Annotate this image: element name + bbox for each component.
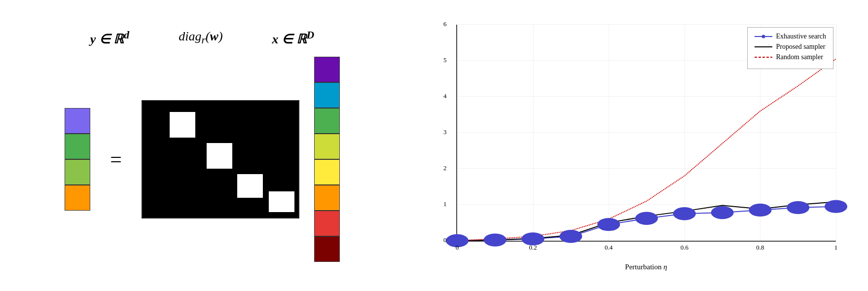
- svg-point-4: [597, 218, 620, 231]
- y-tick-5: 5: [443, 56, 447, 64]
- y-tick-4: 4: [443, 92, 447, 100]
- x-label: x ∈ ℝD: [272, 29, 315, 47]
- diagram-row: =: [65, 57, 340, 262]
- equals-sign: =: [110, 147, 122, 171]
- svg-point-9: [787, 201, 809, 214]
- matrix-square-4: [269, 191, 294, 212]
- x-tick-02: 0.2: [529, 244, 537, 252]
- x-tick-0: 0: [456, 244, 459, 252]
- diag-label: diagr(w): [179, 29, 222, 46]
- x-tick-08: 0.8: [756, 244, 764, 252]
- right-swatch-3: [314, 108, 340, 134]
- x-tick-06: 0.6: [681, 244, 688, 252]
- svg-point-6: [673, 207, 696, 220]
- right-color-strip: [314, 57, 340, 262]
- y-tick-2: 2: [443, 164, 447, 172]
- legend-random: Random sampler: [755, 53, 826, 61]
- x-tick-10: 1: [834, 244, 838, 252]
- chart-legend: Exhaustive search Proposed sampler Rando…: [747, 27, 833, 69]
- x-tick-04: 0.4: [605, 244, 613, 252]
- legend-exhaustive-label: Exhaustive search: [776, 33, 826, 40]
- left-color-strip: [65, 108, 90, 211]
- left-swatch-4: [65, 185, 90, 211]
- right-swatch-1: [314, 57, 340, 82]
- svg-point-7: [711, 206, 734, 219]
- math-labels-row: y ∈ ℝd diagr(w) x ∈ ℝD: [90, 29, 314, 47]
- right-swatch-2: [314, 82, 340, 108]
- left-swatch-3: [65, 159, 90, 185]
- legend-random-icon: [755, 54, 772, 61]
- svg-point-3: [559, 230, 582, 243]
- y-tick-0: 0: [443, 236, 447, 244]
- svg-point-8: [749, 204, 771, 217]
- svg-point-5: [635, 212, 658, 225]
- matrix-square-1: [170, 112, 195, 138]
- right-swatch-7: [314, 211, 340, 236]
- svg-point-10: [825, 200, 847, 213]
- y-label: y ∈ ℝd: [90, 29, 129, 47]
- right-panel: Worst-case residual for d samples: [404, 0, 868, 291]
- legend-proposed: Proposed sampler: [755, 43, 826, 51]
- right-swatch-6: [314, 185, 340, 211]
- left-swatch-2: [65, 134, 90, 159]
- chart-wrapper: Worst-case residual for d samples: [417, 10, 851, 276]
- legend-proposed-label: Proposed sampler: [776, 43, 826, 51]
- matrix-diagram: [142, 100, 299, 218]
- right-swatch-8: [314, 236, 340, 262]
- y-tick-3: 3: [443, 128, 447, 136]
- legend-exhaustive-icon: [755, 33, 772, 40]
- matrix-square-3: [237, 174, 263, 198]
- right-swatch-5: [314, 159, 340, 185]
- legend-proposed-icon: [755, 43, 772, 50]
- y-tick-1: 1: [443, 200, 447, 208]
- legend-random-label: Random sampler: [776, 53, 823, 61]
- y-tick-6: 6: [443, 20, 447, 28]
- left-swatch-1: [65, 108, 90, 134]
- legend-exhaustive: Exhaustive search: [755, 33, 826, 40]
- svg-point-1: [484, 233, 506, 246]
- left-panel: y ∈ ℝd diagr(w) x ∈ ℝD =: [0, 0, 404, 291]
- x-axis-label: Perturbation η: [456, 263, 836, 271]
- matrix-square-2: [207, 143, 232, 169]
- svg-point-12: [761, 35, 765, 38]
- right-swatch-4: [314, 134, 340, 159]
